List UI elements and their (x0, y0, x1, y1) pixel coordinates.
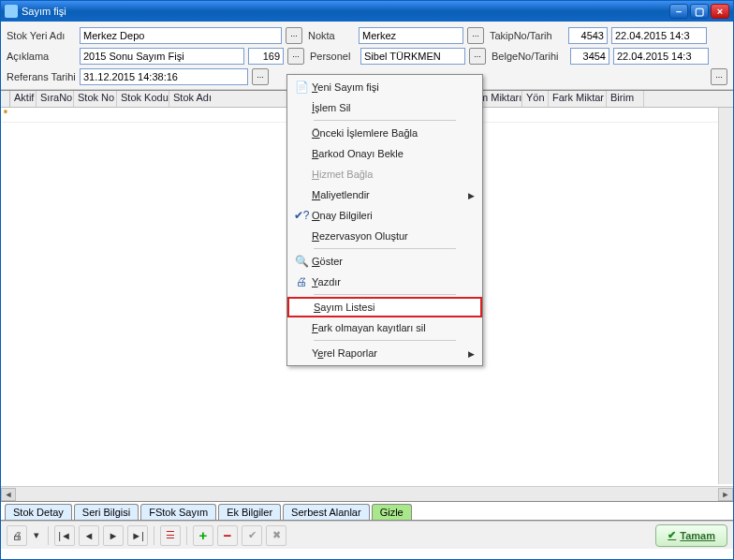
first-record-button[interactable]: |◄ (54, 525, 75, 546)
menu-yerel-raporlar[interactable]: Yerel Raporlar (287, 343, 482, 363)
belgetarih-field[interactable]: 22.04.2015 14:3 (613, 48, 709, 65)
check-icon: ✔? (291, 209, 312, 222)
scroll-right-button[interactable]: ► (718, 488, 733, 501)
tab-serbest-alanlar[interactable]: Serbest Alanlar (283, 504, 370, 520)
nokta-label: Nokta (308, 30, 357, 41)
add-button[interactable]: + (193, 525, 213, 546)
menu-rezervasyon-olustur[interactable]: Rezervasyon Oluştur (287, 226, 482, 246)
tamam-button[interactable]: Tamam (655, 524, 727, 547)
nokta-field[interactable]: Merkez (359, 27, 463, 44)
menu-yeni-sayim-fisi[interactable]: 📄Yeni Sayım fişi (287, 77, 482, 97)
maximize-button[interactable]: ▢ (690, 4, 709, 19)
cancel-button[interactable]: ✖ (266, 525, 286, 546)
window-title: Sayım fişi (22, 6, 669, 17)
print-icon: 🖨 (291, 275, 312, 288)
referans-tarihi-field[interactable]: 31.12.2015 14:38:16 (80, 68, 248, 85)
col-yon[interactable]: Yön (522, 91, 549, 107)
menu-sayim-listesi[interactable]: Sayım Listesi (287, 297, 482, 317)
belgeno-field[interactable]: 3454 (570, 48, 609, 65)
nokta-lookup-button[interactable]: ··· (467, 27, 484, 44)
tab-gizle[interactable]: Gizle (372, 504, 412, 520)
takipno-label: TakipNo/Tarih (490, 30, 566, 41)
new-row-indicator-icon: * (1, 108, 10, 122)
titlebar: Sayım fişi – ▢ × (1, 1, 733, 22)
referans-tarihi-label: Referans Tarihi (7, 71, 78, 82)
referans-lookup-button[interactable]: ··· (252, 68, 269, 85)
col-aktif[interactable]: Aktif (10, 91, 37, 107)
horizontal-scrollbar[interactable]: ◄ ► (1, 486, 733, 501)
stok-yeri-adi-label: Stok Yeri Adı (7, 30, 78, 41)
context-menu: 📄Yeni Sayım fişi İşlem Sil Önceki İşleml… (286, 74, 483, 366)
preview-icon: 🔍 (291, 255, 312, 268)
minimize-button[interactable]: – (669, 4, 688, 19)
apply-button[interactable]: ✔ (242, 525, 262, 546)
belgeno-label: BelgeNo/Tarihi (492, 51, 568, 62)
menu-goster[interactable]: 🔍Göster (287, 251, 482, 272)
menu-yazdir[interactable]: 🖨Yazdır (287, 272, 482, 292)
menu-islem-sil[interactable]: İşlem Sil (287, 97, 482, 118)
stok-yeri-lookup-button[interactable]: ··· (286, 27, 302, 44)
menu-onceki-islemlere-bagla[interactable]: Önceki İşlemlere Bağla (287, 123, 482, 143)
takipno-field[interactable]: 4543 (568, 27, 608, 44)
personel-lookup-button[interactable]: ··· (469, 48, 486, 65)
print-dropdown-icon[interactable]: ▾ (31, 525, 42, 546)
tab-seri-bilgisi[interactable]: Seri Bilgisi (74, 504, 139, 520)
tabs: Stok Detay Seri Bilgisi FStok Sayım Ek B… (1, 502, 733, 521)
next-record-button[interactable]: ► (103, 525, 124, 546)
col-sirano[interactable]: SıraNo (37, 91, 74, 107)
print-button[interactable]: 🖨 (7, 525, 27, 546)
bottom-toolbar: 🖨 ▾ |◄ ◄ ► ►| ☰ + − ✔ ✖ Tamam (1, 521, 733, 549)
last-record-button[interactable]: ►| (127, 525, 148, 546)
aciklama-field[interactable]: 2015 Sonu Sayım Fişi (80, 48, 244, 65)
stok-yeri-adi-field[interactable]: Merkez Depo (80, 27, 282, 44)
new-icon: 📄 (291, 81, 312, 94)
menu-onay-bilgileri[interactable]: ✔?Onay Bilgileri (287, 205, 482, 226)
menu-maliyetlendir[interactable]: Maliyetlendir (287, 184, 482, 205)
col-stokno[interactable]: Stok No (74, 91, 117, 107)
tab-stok-detay[interactable]: Stok Detay (5, 504, 72, 520)
prev-record-button[interactable]: ◄ (79, 525, 99, 546)
col-birim[interactable]: Birim (607, 91, 644, 107)
list-button[interactable]: ☰ (160, 525, 181, 546)
col-stokkodu[interactable]: Stok Kodu (117, 91, 169, 107)
scroll-left-button[interactable]: ◄ (1, 488, 16, 501)
remove-button[interactable]: − (217, 525, 238, 546)
tab-ek-bilgiler[interactable]: Ek Bilgiler (218, 504, 281, 520)
aciklama-label: Açıklama (7, 51, 78, 62)
vertical-scrollbar[interactable] (718, 108, 733, 484)
personel-label: Personel (310, 51, 359, 62)
aciklama-lookup-button[interactable]: ··· (287, 48, 304, 65)
extra-lookup-button[interactable]: ··· (711, 68, 727, 85)
menu-hizmet-bagla: Hizmet Bağla (287, 164, 482, 184)
app-icon (5, 5, 18, 18)
menu-barkod-onayi-bekle[interactable]: Barkod Onayı Bekle (287, 143, 482, 164)
menu-fark-olmayan-kayitlari-sil[interactable]: Fark olmayan kayıtları sil (287, 317, 482, 338)
close-button[interactable]: × (711, 4, 729, 19)
takiptarih-field[interactable]: 22.04.2015 14:3 (611, 27, 707, 44)
col-farkmiktar[interactable]: Fark Miktar (549, 91, 607, 107)
tab-fstok-sayim[interactable]: FStok Sayım (140, 504, 216, 520)
aciklama-no-field[interactable]: 169 (248, 48, 284, 65)
personel-field[interactable]: Sibel TÜRKMEN (360, 48, 465, 65)
